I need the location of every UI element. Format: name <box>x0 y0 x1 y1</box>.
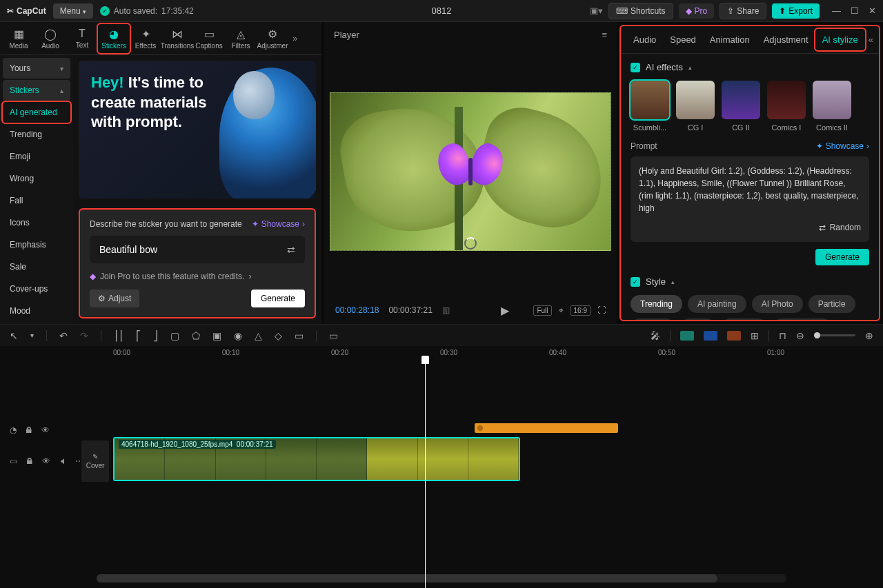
ai-generate-button[interactable]: Generate <box>815 249 869 265</box>
export-button[interactable]: ⬆Export <box>772 3 820 19</box>
style-ai-painting[interactable]: AI painting <box>688 295 746 313</box>
lock-icon[interactable]: 🔒︎ <box>25 425 33 435</box>
butterfly-sticker[interactable] <box>436 144 505 199</box>
pro-button[interactable]: ◆Pro <box>679 3 715 19</box>
aspect-ratio-button[interactable]: 16:9 <box>571 305 591 316</box>
tab-text[interactable]: TText <box>66 24 98 53</box>
cat-fall[interactable]: Fall <box>3 190 70 211</box>
pro-hint[interactable]: ◆ Join Pro to use this feature with cred… <box>90 272 305 281</box>
shuffle-icon[interactable]: ⇄ <box>287 244 295 255</box>
zoom-out-icon[interactable]: ⊖ <box>796 330 804 341</box>
cat-yours[interactable]: Yours▾ <box>3 58 70 79</box>
play-button[interactable]: ▶ <box>501 304 509 317</box>
dropdown-icon[interactable]: ▾ <box>30 332 34 339</box>
ai-showcase-link[interactable]: ✦Showcase› <box>816 141 869 151</box>
effect-cg1[interactable]: CG I <box>676 81 715 132</box>
minimize-button[interactable]: — <box>832 6 841 16</box>
style-face-swap[interactable]: Face swap <box>773 318 832 320</box>
undo-icon[interactable]: ↶ <box>59 330 68 341</box>
lock-icon[interactable]: 🔒︎ <box>26 456 34 466</box>
cat-mood[interactable]: Mood <box>3 301 70 321</box>
rtab-speed[interactable]: Speed <box>663 29 703 50</box>
track-color-3[interactable] <box>727 331 741 341</box>
share-button[interactable]: ⇪Share <box>720 3 766 19</box>
player-menu-icon[interactable]: ≡ <box>602 30 607 40</box>
collapse-icon[interactable]: « <box>869 34 873 45</box>
fullscreen-icon[interactable]: ⛶ <box>597 305 606 315</box>
frame-icon[interactable]: ▭ <box>295 330 304 341</box>
tab-audio[interactable]: ◯Audio <box>34 24 66 53</box>
tab-media[interactable]: ▦Media <box>3 24 34 53</box>
audio-clip[interactable] <box>475 423 618 433</box>
full-button[interactable]: Full <box>533 305 551 316</box>
generate-sticker-button[interactable]: Generate <box>251 290 305 307</box>
scrollbar-thumb[interactable] <box>97 574 717 582</box>
cat-sale[interactable]: Sale <box>3 256 70 277</box>
adjust-button[interactable]: ⚙Adjust <box>90 290 139 307</box>
ai-prompt-textarea[interactable]: (Holy and Beautiful Girl: 1.2), (Goddess… <box>631 156 869 242</box>
effect-cg2[interactable]: CG II <box>722 81 760 132</box>
focus-icon[interactable]: ⌖ <box>559 305 564 315</box>
style-header[interactable]: ✓ Style ▴ <box>631 276 869 287</box>
mic-icon[interactable]: 🎤︎ <box>651 330 660 341</box>
mirror-icon[interactable]: △ <box>255 330 262 341</box>
rtab-animation[interactable]: Animation <box>703 29 757 50</box>
eye-icon[interactable]: 👁︎ <box>42 456 50 466</box>
trim-right-icon[interactable]: ⎦ <box>153 330 158 341</box>
zoom-slider[interactable] <box>814 334 855 336</box>
layout-icon[interactable]: ▣▾ <box>590 6 603 16</box>
tab-captions[interactable]: ▭Captions <box>193 24 225 53</box>
tab-filters[interactable]: ◬Filters <box>225 24 257 53</box>
style-ai-photo[interactable]: AI Photo <box>752 295 803 313</box>
cover-button[interactable]: ✎ Cover <box>81 440 109 482</box>
track-color-2[interactable] <box>704 331 717 341</box>
time-ruler[interactable]: 00:00 00:10 00:20 00:30 00:40 00:50 01:0… <box>97 346 883 361</box>
trim-left-icon[interactable]: ⎡ <box>136 330 141 341</box>
checkbox-icon[interactable]: ✓ <box>631 277 640 287</box>
maximize-button[interactable]: ☐ <box>851 6 859 16</box>
rtab-audio[interactable]: Audio <box>626 29 663 50</box>
random-button[interactable]: ⇄Random <box>639 221 861 234</box>
style-portrait[interactable]: Portrait <box>721 318 767 320</box>
effect-comics2[interactable]: Comics II <box>813 81 851 132</box>
style-particle[interactable]: Particle <box>808 295 855 313</box>
tab-effects[interactable]: ✦Effects <box>130 24 161 53</box>
playhead[interactable] <box>425 361 426 588</box>
checkbox-icon[interactable]: ✓ <box>631 63 640 72</box>
effect-scumbling[interactable]: Scumbli... <box>631 81 669 132</box>
style-split[interactable]: Split <box>680 318 715 320</box>
pointer-tool-icon[interactable]: ↖ <box>10 330 18 341</box>
cat-ai-generated[interactable]: AI generated <box>3 102 70 123</box>
tab-adjustment[interactable]: ⚙Adjustmer <box>257 24 288 53</box>
cat-wrong[interactable]: Wrong <box>3 168 70 189</box>
close-button[interactable]: ✕ <box>869 6 876 16</box>
split-icon[interactable]: ⎮⎮ <box>114 330 123 341</box>
magnet-icon[interactable]: ⊓ <box>779 330 786 341</box>
eye-icon[interactable]: 👁︎ <box>41 425 50 435</box>
cat-stickers[interactable]: Stickers▴ <box>3 80 70 101</box>
cat-emphasis[interactable]: Emphasis <box>3 234 70 255</box>
player-viewport[interactable] <box>324 47 617 296</box>
cat-coverups[interactable]: Cover-ups <box>3 278 70 299</box>
cat-love[interactable]: LOVE <box>3 323 70 324</box>
zoom-in-icon[interactable]: ⊕ <box>865 330 873 341</box>
compare-icon[interactable]: ▥ <box>442 305 450 315</box>
cat-icons[interactable]: Icons <box>3 212 70 233</box>
clock-icon[interactable]: ◔ <box>10 425 17 435</box>
mute-icon[interactable]: 🔈︎ <box>59 456 67 466</box>
horizontal-scrollbar[interactable] <box>97 574 786 582</box>
record-icon[interactable]: ◉ <box>234 330 242 341</box>
crop-icon[interactable]: ▢ <box>170 330 179 341</box>
tab-stickers[interactable]: ◕Stickers <box>98 24 130 53</box>
video-clip[interactable]: 4064718-hd_1920_1080_25fps.mp4 00:00:37:… <box>113 437 520 481</box>
rtab-ai-stylize[interactable]: AI stylize <box>815 29 865 50</box>
sticker-prompt-input[interactable] <box>99 244 256 255</box>
align-icon[interactable]: ⊞ <box>751 330 759 341</box>
track-color-1[interactable] <box>680 331 694 341</box>
video-track-icon[interactable]: ▭ <box>10 456 17 466</box>
showcase-link[interactable]: ✦ Showcase › <box>252 219 305 229</box>
redo-icon[interactable]: ↷ <box>80 330 88 341</box>
tab-transitions[interactable]: ⋈Transitions <box>161 24 193 53</box>
menu-button[interactable]: Menu▾ <box>53 3 93 19</box>
effect-comics1[interactable]: Comics I <box>767 81 806 132</box>
